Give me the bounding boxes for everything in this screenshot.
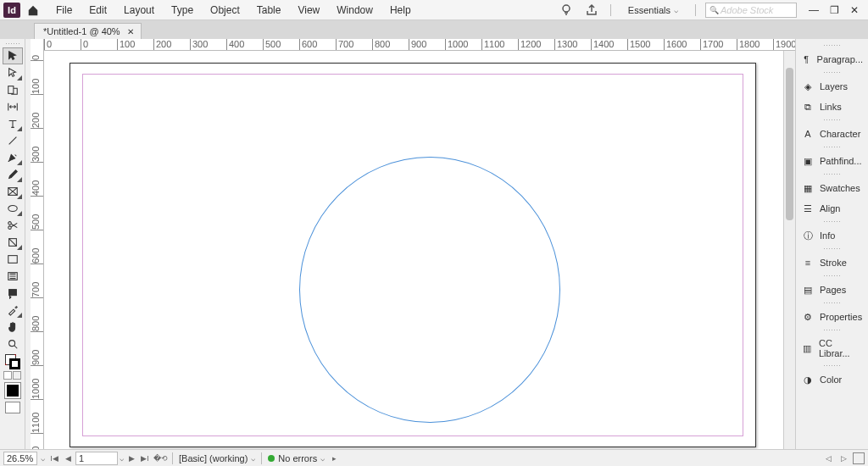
zoom-field[interactable]: 26.5% (3, 452, 37, 465)
home-icon[interactable] (25, 3, 41, 18)
panel-properties[interactable]: ⚙Properties (796, 307, 868, 327)
ellipse-shape[interactable] (299, 157, 560, 423)
preflight-status[interactable]: No errors⌵ (268, 453, 325, 463)
panel-stroke[interactable]: ≡Stroke (796, 252, 868, 273)
properties-icon: ⚙ (801, 311, 815, 323)
menu-window[interactable]: Window (328, 1, 381, 19)
pencil-tool[interactable] (3, 166, 23, 183)
svg-rect-1 (8, 86, 13, 94)
scroll-right-button[interactable]: ▷ (837, 452, 849, 464)
page-tool[interactable] (3, 81, 23, 98)
menu-file[interactable]: File (47, 1, 81, 19)
page-nav: I◀ ◀ 1 ⌵ ▶ ▶I (48, 452, 151, 465)
menu-help[interactable]: Help (381, 1, 420, 19)
hand-tool[interactable] (3, 319, 23, 336)
last-page-button[interactable]: ▶I (139, 452, 151, 464)
page[interactable] (70, 63, 756, 447)
rectangle-frame-tool[interactable] (3, 183, 23, 200)
panel-label: Paragrap... (817, 54, 863, 64)
zoom-tool[interactable] (3, 336, 23, 352)
panel-info[interactable]: ⓘInfo (796, 225, 868, 246)
grip-icon[interactable] (5, 42, 20, 46)
preflight-menu-button[interactable]: ▸ (328, 452, 340, 464)
pathfind-icon: ▣ (801, 155, 815, 167)
view-toggle-icon[interactable] (853, 452, 865, 464)
pages-icon: ▤ (801, 284, 815, 296)
panel-label: Swatches (820, 183, 860, 193)
menu-table[interactable]: Table (248, 1, 290, 19)
vertical-ruler[interactable]: 0100200300400500600700800900100011001200 (31, 39, 44, 449)
color-mode-row[interactable] (3, 371, 21, 380)
panel-align[interactable]: ☰Align (796, 198, 868, 219)
panel-cclibrar[interactable]: ▥CC Librar... (796, 334, 868, 363)
prev-page-button[interactable]: ◀ (62, 452, 74, 464)
panel-layers[interactable]: ◈Layers (796, 76, 868, 97)
tab-title: *Untitled-1 @ 40% (43, 26, 120, 36)
fill-stroke-swatch[interactable] (5, 354, 20, 369)
panel-label: Stroke (820, 258, 847, 268)
panel-paragrap[interactable]: ¶Paragrap... (796, 49, 868, 69)
page-field[interactable]: 1 (75, 452, 118, 465)
scroll-left-button[interactable]: ◁ (822, 452, 834, 464)
gap-tool[interactable] (3, 98, 23, 115)
panel-pages[interactable]: ▤Pages (796, 280, 868, 300)
minimize-button[interactable]: — (804, 2, 824, 19)
line-tool[interactable] (3, 132, 23, 149)
svg-point-0 (563, 5, 570, 12)
panel-character[interactable]: ACharacter (796, 124, 868, 144)
selection-tool[interactable] (3, 47, 23, 64)
share-icon[interactable] (582, 1, 601, 19)
next-page-button[interactable]: ▶ (125, 452, 137, 464)
ellipse-tool[interactable] (3, 200, 23, 217)
panel-links[interactable]: ⧉Links (796, 97, 868, 117)
eyedropper-tool[interactable] (3, 302, 23, 319)
panel-label: Character (820, 129, 860, 139)
type-tool[interactable] (3, 115, 23, 132)
preflight-profile[interactable]: [Basic] (working) (179, 453, 248, 463)
links-icon: ⧉ (801, 101, 815, 113)
view-mode[interactable] (5, 402, 20, 413)
free-transform-tool[interactable] (3, 234, 23, 251)
vertical-scrollbar[interactable] (783, 51, 795, 449)
svg-point-4 (8, 222, 11, 225)
workspace-selector[interactable]: Essentials⌵ (620, 3, 686, 18)
pen-tool[interactable] (3, 149, 23, 166)
character-icon: A (801, 128, 815, 140)
menu-view[interactable]: View (289, 1, 328, 19)
apply-color-swatch[interactable] (5, 383, 20, 398)
document-tab[interactable]: *Untitled-1 @ 40% ✕ (34, 23, 142, 39)
note-tool[interactable] (3, 285, 23, 302)
restore-button[interactable]: ❐ (824, 2, 844, 19)
search-input[interactable]: Adobe Stock (705, 3, 797, 18)
paragrap-icon: ¶ (801, 53, 812, 65)
tab-close-icon[interactable]: ✕ (125, 26, 136, 36)
direct-selection-tool[interactable] (3, 64, 23, 81)
close-button[interactable]: ✕ (844, 2, 865, 19)
menu-object[interactable]: Object (202, 1, 248, 19)
status-dot-icon (268, 455, 275, 462)
menu-layout[interactable]: Layout (115, 1, 163, 19)
panel-pathfind[interactable]: ▣Pathfind... (796, 151, 868, 171)
svg-rect-9 (8, 290, 16, 296)
align-icon: ☰ (801, 202, 815, 214)
swatches-icon: ▦ (801, 182, 815, 194)
stroke-icon: ≡ (801, 257, 815, 269)
gradient-feather-tool[interactable] (3, 268, 23, 285)
lightbulb-icon[interactable] (557, 1, 576, 19)
panel-color[interactable]: ◑Color (796, 369, 868, 390)
panel-label: CC Librar... (819, 338, 863, 358)
panel-label: Layers (820, 81, 848, 92)
right-panel-dock: ¶Paragrap...◈Layers⧉LinksACharacter▣Path… (795, 39, 868, 449)
menu-type[interactable]: Type (163, 1, 202, 19)
open-panel-icon[interactable]: �⟲ (154, 452, 166, 464)
canvas-area[interactable]: 0010020030040050060070080090010001100120… (31, 39, 795, 449)
menu-edit[interactable]: Edit (81, 1, 115, 19)
scissors-tool[interactable] (3, 217, 23, 234)
horizontal-ruler[interactable]: 0010020030040050060070080090010001100120… (44, 39, 795, 51)
pasteboard (44, 51, 783, 449)
tools-panel (0, 39, 25, 449)
gradient-swatch-tool[interactable] (3, 251, 23, 268)
panel-label: Pages (820, 285, 846, 295)
panel-swatches[interactable]: ▦Swatches (796, 178, 868, 198)
first-page-button[interactable]: I◀ (48, 452, 60, 464)
